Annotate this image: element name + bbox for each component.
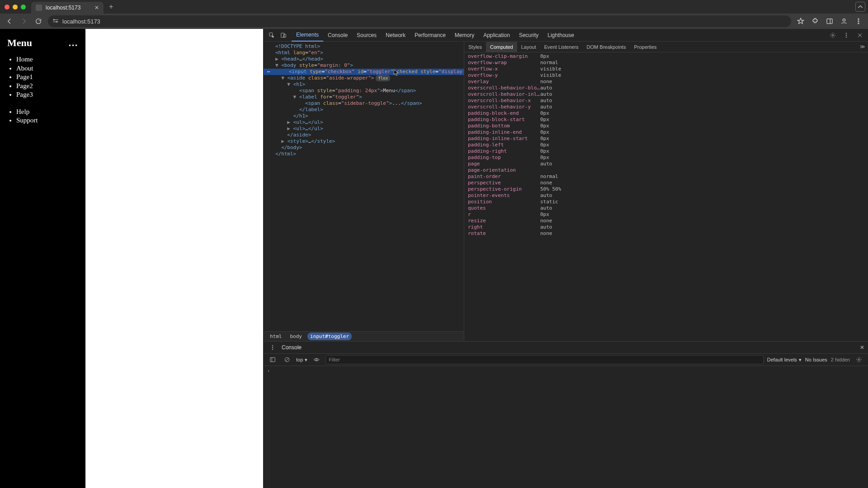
dom-line[interactable]: ▶ <style>…</style>: [264, 138, 464, 145]
styles-subtab-properties[interactable]: Properties: [630, 42, 660, 52]
console-sidebar-button[interactable]: [267, 354, 278, 365]
forward-button[interactable]: [19, 16, 29, 26]
computed-property-row[interactable]: overscroll-behavior-inlineauto: [464, 91, 868, 98]
sidebar-item[interactable]: Home: [16, 55, 78, 64]
dom-line[interactable]: </h1>: [264, 113, 464, 119]
new-tab-button[interactable]: +: [106, 3, 116, 11]
devtools-tab-memory[interactable]: Memory: [450, 29, 479, 41]
computed-properties[interactable]: overflow-clip-margin0pxoverflow-wrapnorm…: [464, 52, 868, 341]
drawer-menu-button[interactable]: [267, 342, 278, 353]
computed-property-row[interactable]: padding-left0px: [464, 142, 868, 148]
browser-tab[interactable]: localhost:5173 ✕: [31, 2, 104, 14]
dom-breadcrumbs[interactable]: htmlbodyinput#toggler: [264, 331, 464, 341]
dom-line[interactable]: </body>: [264, 145, 464, 151]
computed-property-row[interactable]: padding-block-end0px: [464, 110, 868, 117]
sidebar-item[interactable]: Page1: [16, 73, 78, 82]
computed-property-row[interactable]: r0px: [464, 211, 868, 218]
dom-line[interactable]: ▼ <aside class="aside-wrapper">flex: [264, 75, 464, 81]
dom-line[interactable]: <span class="sidebar-toggle">...</span>: [264, 100, 464, 107]
devtools-tab-lighthouse[interactable]: Lighthouse: [543, 29, 579, 41]
computed-property-row[interactable]: padding-right0px: [464, 148, 868, 155]
dom-line[interactable]: ⋯ <input type="checkbox" id="toggler" ch…: [264, 69, 464, 75]
minimize-window-button[interactable]: [13, 5, 18, 9]
computed-property-row[interactable]: pageauto: [464, 161, 868, 167]
devtools-tab-sources[interactable]: Sources: [352, 29, 381, 41]
dom-tree[interactable]: <!DOCTYPE html> <html lang="en"> ▶ <head…: [264, 42, 464, 341]
inspect-element-button[interactable]: [266, 30, 277, 41]
profile-button[interactable]: [839, 16, 849, 26]
computed-property-row[interactable]: overscroll-behavior-blockauto: [464, 85, 868, 91]
drawer-close-button[interactable]: ✕: [860, 344, 864, 351]
computed-property-row[interactable]: padding-bottom0px: [464, 123, 868, 129]
sidebar-item[interactable]: Page3: [16, 90, 78, 99]
computed-property-row[interactable]: overflow-xvisible: [464, 66, 868, 72]
styles-subtab-styles[interactable]: Styles: [464, 42, 486, 52]
chrome-menu-button[interactable]: [854, 16, 863, 26]
back-button[interactable]: [5, 16, 14, 26]
styles-subtab-dom-breakpoints[interactable]: DOM Breakpoints: [583, 42, 630, 52]
styles-subtab-event-listeners[interactable]: Event Listeners: [540, 42, 583, 52]
devtools-more-button[interactable]: [841, 30, 852, 41]
styles-subtab-computed[interactable]: Computed: [486, 42, 517, 52]
device-toolbar-button[interactable]: [278, 30, 289, 41]
breadcrumb-item[interactable]: input#toggler: [307, 333, 352, 340]
maximize-window-button[interactable]: [21, 5, 26, 9]
devtools-tab-application[interactable]: Application: [479, 29, 514, 41]
computed-property-row[interactable]: positionstatic: [464, 199, 868, 205]
sidebar-item[interactable]: About: [16, 64, 78, 73]
sidebar-item[interactable]: Page2: [16, 82, 78, 91]
live-expression-button[interactable]: [311, 354, 322, 365]
extensions-button[interactable]: [810, 16, 820, 26]
devtools-tab-network[interactable]: Network: [381, 29, 410, 41]
dom-line[interactable]: </html>: [264, 151, 464, 157]
computed-property-row[interactable]: padding-top0px: [464, 155, 868, 161]
context-selector[interactable]: top ▾: [296, 357, 307, 363]
computed-property-row[interactable]: padding-inline-end0px: [464, 129, 868, 136]
computed-property-row[interactable]: perspectivenone: [464, 180, 868, 186]
sidebar-item[interactable]: Support: [16, 116, 78, 125]
breadcrumb-item[interactable]: html: [267, 333, 285, 340]
devtools-tab-performance[interactable]: Performance: [410, 29, 450, 41]
computed-property-row[interactable]: quotesauto: [464, 205, 868, 211]
computed-property-row[interactable]: padding-block-start0px: [464, 117, 868, 123]
computed-property-row[interactable]: overflow-yvisible: [464, 72, 868, 79]
log-levels-selector[interactable]: Default levels ▾: [767, 357, 802, 363]
computed-property-row[interactable]: padding-inline-start0px: [464, 136, 868, 142]
address-bar[interactable]: localhost:5173: [48, 15, 791, 27]
dom-line[interactable]: </label>: [264, 107, 464, 113]
dom-line[interactable]: ▼ <label for="toggler">: [264, 94, 464, 100]
console-body[interactable]: ›: [264, 366, 868, 488]
styles-subtab-layout[interactable]: Layout: [517, 42, 540, 52]
dom-line[interactable]: </aside>: [264, 132, 464, 138]
dom-line[interactable]: ▶ <head>…</head>: [264, 56, 464, 62]
dom-line[interactable]: <html lang="en">: [264, 50, 464, 56]
sidebar-toggle-button[interactable]: ...: [69, 38, 78, 48]
close-window-button[interactable]: [5, 5, 9, 9]
computed-property-row[interactable]: paint-ordernormal: [464, 174, 868, 180]
dom-line[interactable]: ▶ <ul>…</ul>: [264, 126, 464, 132]
dom-line[interactable]: <span style="padding: 24px">Menu</span>: [264, 88, 464, 94]
computed-property-row[interactable]: resizenone: [464, 218, 868, 224]
computed-property-row[interactable]: perspective-origin50% 50%: [464, 186, 868, 192]
dom-line[interactable]: ▼ <h1>: [264, 81, 464, 88]
dom-line[interactable]: ▶ <ul>…</ul>: [264, 119, 464, 126]
console-settings-button[interactable]: [854, 354, 864, 365]
devtools-close-button[interactable]: [854, 30, 865, 41]
sidebar-item[interactable]: Help: [16, 108, 78, 117]
computed-property-row[interactable]: rotatenone: [464, 230, 868, 237]
site-info-icon[interactable]: [52, 18, 59, 25]
computed-property-row[interactable]: rightauto: [464, 224, 868, 230]
breadcrumb-item[interactable]: body: [288, 333, 305, 340]
computed-property-row[interactable]: page-orientation: [464, 167, 868, 174]
devtools-tab-elements[interactable]: Elements: [292, 29, 323, 42]
computed-property-row[interactable]: overscroll-behavior-xauto: [464, 98, 868, 104]
devtools-tab-console[interactable]: Console: [323, 29, 352, 41]
bookmark-button[interactable]: [796, 16, 806, 26]
computed-property-row[interactable]: overflow-wrapnormal: [464, 60, 868, 66]
computed-property-row[interactable]: overlaynone: [464, 79, 868, 85]
computed-property-row[interactable]: pointer-eventsauto: [464, 192, 868, 199]
tabs-menu-button[interactable]: [855, 2, 865, 12]
dom-line[interactable]: <!DOCTYPE html>: [264, 43, 464, 50]
devtools-tab-security[interactable]: Security: [514, 29, 543, 41]
close-tab-button[interactable]: ✕: [94, 5, 99, 11]
